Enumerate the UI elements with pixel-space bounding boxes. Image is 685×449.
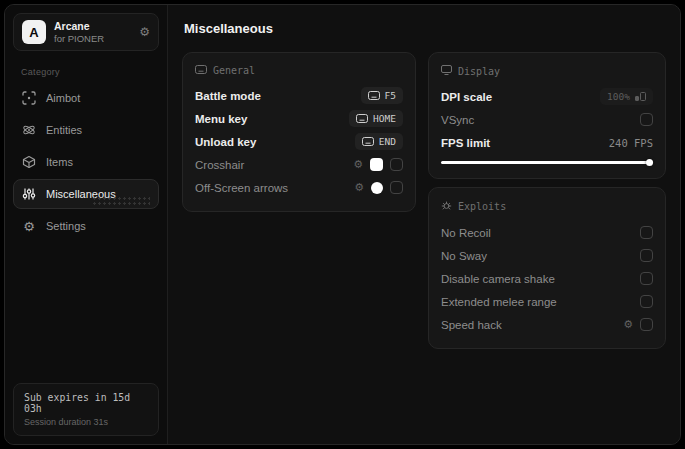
app-logo: A [22,20,46,44]
vsync-row: VSync [441,108,653,131]
keyboard-icon [362,137,374,146]
sidebar-nav: Aimbot Entities [13,83,159,241]
speed-hack-label: Speed hack [441,319,623,331]
display-card: Display DPI scale 100% VSy [428,52,666,179]
category-label: Category [21,67,155,77]
fps-limit-row: FPS limit 240 FPS [441,131,653,154]
brand-settings-icon[interactable]: ⚙ [139,26,150,38]
general-card: General Battle mode F5 Menu key HOME [182,52,416,212]
dpi-scale-label: DPI scale [441,91,600,103]
dpi-scale-value-badge[interactable]: 100% [600,88,653,105]
offscreen-arrows-color-swatch[interactable] [371,182,383,194]
right-column: Display DPI scale 100% VSy [428,52,666,349]
dpi-scale-row: DPI scale 100% [441,85,653,108]
no-recoil-row: No Recoil [441,221,653,244]
no-sway-row: No Sway [441,244,653,267]
disable-camera-shake-checkbox[interactable] [640,272,653,285]
display-card-title: Display [458,66,500,77]
offscreen-arrows-checkbox[interactable] [390,181,403,194]
scale-icon [635,92,646,101]
unload-key-keybind[interactable]: END [355,133,403,150]
session-duration-text: Session duration 31s [24,417,148,427]
fps-limit-slider[interactable] [441,159,653,166]
page-title: Miscellaneous [184,21,666,36]
sidebar-item-label: Settings [46,220,86,232]
no-sway-checkbox[interactable] [640,249,653,262]
display-card-header: Display [441,65,653,77]
app-window: A Arcane for PIONER ⚙ Category Aimbot [4,4,681,445]
disable-camera-shake-label: Disable camera shake [441,273,640,285]
main-content: Miscellaneous General Battle mode [168,5,680,444]
unload-key-label: Unload key [195,136,355,148]
battle-mode-label: Battle mode [195,90,361,102]
vsync-label: VSync [441,114,640,126]
sidebar-item-miscellaneous[interactable]: Miscellaneous [13,179,159,209]
bug-icon [441,200,452,213]
sidebar-item-label: Aimbot [46,92,80,104]
crosshair-checkbox[interactable] [390,158,403,171]
no-sway-label: No Sway [441,250,640,262]
menu-key-keybind[interactable]: HOME [349,110,403,127]
speed-hack-checkbox[interactable] [640,318,653,331]
exploits-card: Exploits No Recoil No Sway Disable camer… [428,187,666,349]
extended-melee-range-label: Extended melee range [441,296,640,308]
settings-columns: General Battle mode F5 Menu key HOME [182,52,666,349]
speed-hack-settings-icon[interactable]: ⚙ [623,319,633,330]
sidebar-item-aimbot[interactable]: Aimbot [13,83,159,113]
sidebar-item-items[interactable]: Items [13,147,159,177]
exploits-card-header: Exploits [441,200,653,213]
gear-icon: ⚙ [22,219,36,233]
crosshair-settings-icon[interactable]: ⚙ [353,159,363,170]
slider-knob[interactable] [646,159,653,166]
speed-hack-row: Speed hack ⚙ [441,313,653,336]
app-subtitle: for PIONER [54,33,104,44]
crosshair-label: Crosshair [195,159,353,171]
monitor-icon [441,65,452,77]
sidebar-item-label: Entities [46,124,82,136]
vsync-checkbox[interactable] [640,113,653,126]
app-name: Arcane [54,20,104,32]
scan-icon [22,91,36,105]
sidebar-item-label: Items [46,156,73,168]
general-card-title: General [213,65,255,76]
offscreen-arrows-row: Off-Screen arrows ⚙ [195,176,403,199]
menu-key-row: Menu key HOME [195,107,403,130]
brand-card: A Arcane for PIONER ⚙ [13,13,159,51]
keyboard-icon [356,114,368,123]
slider-track [441,161,653,164]
extended-melee-range-row: Extended melee range [441,290,653,313]
sub-expiry-text: Sub expires in 15d 03h [24,392,148,414]
exploits-card-title: Exploits [458,201,506,212]
fps-limit-label: FPS limit [441,137,609,149]
disable-camera-shake-row: Disable camera shake [441,267,653,290]
no-recoil-checkbox[interactable] [640,226,653,239]
keyboard-icon [368,91,380,100]
crosshair-color-swatch[interactable] [370,158,383,171]
sidebar: A Arcane for PIONER ⚙ Category Aimbot [5,5,168,444]
general-card-header: General [195,65,403,76]
unload-key-row: Unload key END [195,130,403,153]
sidebar-item-settings[interactable]: ⚙ Settings [13,211,159,241]
keyboard-icon [195,65,207,76]
battle-mode-keybind[interactable]: F5 [361,87,403,104]
offscreen-arrows-label: Off-Screen arrows [195,182,354,194]
box-icon [22,155,36,169]
extended-melee-range-checkbox[interactable] [640,295,653,308]
fps-limit-value: 240 FPS [609,137,653,149]
offscreen-arrows-settings-icon[interactable]: ⚙ [354,182,364,193]
brand-text: Arcane for PIONER [54,20,104,44]
atom-icon [22,123,36,137]
subscription-card: Sub expires in 15d 03h Session duration … [13,383,159,436]
menu-key-label: Menu key [195,113,349,125]
sliders-icon [22,187,36,201]
crosshair-row: Crosshair ⚙ [195,153,403,176]
sidebar-item-entities[interactable]: Entities [13,115,159,145]
no-recoil-label: No Recoil [441,227,640,239]
dots-decoration [92,196,150,205]
battle-mode-row: Battle mode F5 [195,84,403,107]
